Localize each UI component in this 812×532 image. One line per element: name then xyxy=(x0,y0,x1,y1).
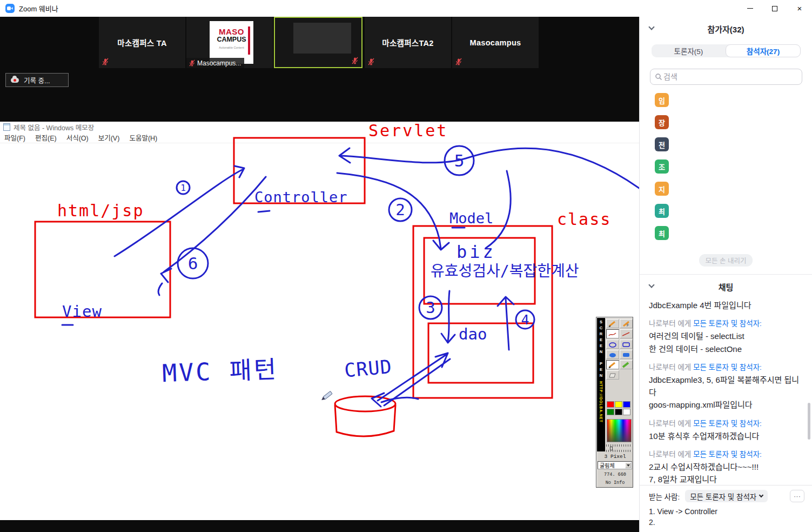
muted-mic-icon xyxy=(455,58,462,65)
message-input[interactable]: 1. View -> Controller 2. xyxy=(649,506,803,528)
minimize-button[interactable] xyxy=(737,0,762,17)
participant-name-label: Masocampus... xyxy=(186,58,244,68)
line-tool-icon[interactable] xyxy=(620,329,633,338)
minimize-icon xyxy=(747,8,753,9)
logo-red-bar xyxy=(248,26,250,55)
logo-line1: MASO xyxy=(210,28,253,36)
zoom-side-panel: 참가자(32) 토론자(5) 참석자(27) 임 장 전 조 지 최 최 모든 … xyxy=(639,17,812,532)
message-meta: 나로부터 에게 모든 토론자 및 참석자: xyxy=(649,361,803,372)
chat-title: 채팅 xyxy=(640,281,812,292)
highlighter-tool-icon[interactable] xyxy=(620,360,633,369)
freehand-tool-icon[interactable] xyxy=(606,329,619,338)
list-item[interactable]: 장 xyxy=(655,115,669,129)
pen-tool-icon[interactable] xyxy=(606,360,619,369)
swatch-red[interactable] xyxy=(607,401,614,408)
list-item[interactable]: 지 xyxy=(655,182,669,196)
swatch-green[interactable] xyxy=(607,409,614,415)
swatch-black[interactable] xyxy=(615,409,622,415)
avatar: 장 xyxy=(655,115,669,129)
logo-line2: CAMPUS xyxy=(210,36,253,43)
label-model: Model xyxy=(449,210,493,227)
recording-indicator: 기록 중... xyxy=(5,73,69,87)
message-recipients: 모든 토론자 및 참석자: xyxy=(693,450,762,458)
list-item[interactable]: 최 xyxy=(655,204,669,218)
arrow-controller-to-view-step6 xyxy=(158,177,266,295)
message-text: 2교시 수업시작하겠습니다~~~!!! xyxy=(649,461,803,473)
font-select[interactable]: 굴림체 xyxy=(598,461,632,469)
message-from: 나로부터 에게 xyxy=(649,420,693,428)
label-controller: Controller xyxy=(254,189,348,205)
window-titlebar: Zoom 웨비나 × xyxy=(0,0,812,17)
rectangle-tool-icon[interactable] xyxy=(620,340,633,349)
zoom-webinar-window: Zoom 웨비나 × 마소캠퍼스 TA MASO CAMPUS Actionab… xyxy=(0,0,812,532)
step5-number: 5 xyxy=(454,151,465,170)
window-title: Zoom 웨비나 xyxy=(19,3,58,14)
blurred-video-content xyxy=(293,23,351,54)
list-item[interactable]: 전 xyxy=(655,137,669,151)
screen-pen-title: SCREEN PEN xyxy=(599,320,603,379)
swatch-yellow[interactable] xyxy=(615,401,622,408)
swatch-white[interactable] xyxy=(623,409,630,415)
chat-message-list[interactable]: JdbcExample 4번 파일입니다 나로부터 에게 모든 토론자 및 참석… xyxy=(649,299,803,484)
label-servlet: Servlet xyxy=(368,122,448,140)
pencil-tool-icon[interactable] xyxy=(606,319,619,328)
video-tile-masocampus-logo[interactable]: MASO CAMPUS Actionable Content Masocampu… xyxy=(186,17,273,68)
recipient-label: 받는 사람: xyxy=(649,491,680,502)
avatar: 조 xyxy=(655,159,669,174)
message-from: 나로부터 에게 xyxy=(649,320,693,328)
ellipse-tool-icon[interactable] xyxy=(606,340,619,349)
message-meta: 나로부터 에게 모든 토론자 및 참석자: xyxy=(649,448,803,459)
message-recipients: 모든 토론자 및 참석자: xyxy=(693,420,762,428)
screen-pen-banner: SCREEN PEN HTTP://DOLBA.NET xyxy=(597,318,605,451)
pen-size-slider[interactable] xyxy=(606,444,632,452)
avatar: 지 xyxy=(655,182,669,196)
maximize-button[interactable] xyxy=(762,0,787,17)
screen-pen-url: HTTP://DOLBA.NET xyxy=(599,381,603,423)
message-text: 한 건의 데이터 - selectOne xyxy=(649,343,803,355)
font-select-value: 굴림체 xyxy=(600,461,615,469)
message-text: 10분 휴식후 수업재개하겠습니다 xyxy=(649,430,803,442)
chat-compose-area: 받는 사람: 모든 토론자 및 참석자 ··· 1. View -> Contr… xyxy=(640,485,812,532)
list-item[interactable]: 최 xyxy=(655,226,669,240)
pencil-cursor xyxy=(320,391,332,402)
slider-handle[interactable] xyxy=(610,447,613,450)
step3-number: 3 xyxy=(426,298,435,317)
color-gradient-picker[interactable] xyxy=(607,419,632,442)
arrow-biz-to-dao xyxy=(441,291,455,343)
more-options-button[interactable]: ··· xyxy=(790,490,804,502)
participants-title: 참가자(32) xyxy=(640,23,812,35)
message-recipients: 모든 토론자 및 참석자: xyxy=(693,363,762,371)
video-tile-active-speaker[interactable] xyxy=(274,17,363,68)
tab-panelists[interactable]: 토론자(5) xyxy=(652,44,726,57)
filled-rect-tool-icon[interactable] xyxy=(620,350,633,359)
filled-ellipse-tool-icon[interactable] xyxy=(606,350,619,359)
close-button[interactable]: × xyxy=(787,0,812,17)
tab-attendees[interactable]: 참석자(27) xyxy=(726,44,801,57)
search-input[interactable] xyxy=(662,72,787,82)
font-dropdown-button[interactable] xyxy=(625,462,631,468)
list-item[interactable]: 조 xyxy=(655,159,669,174)
video-tile-participant-2[interactable]: 마소캠퍼스TA2 xyxy=(365,17,451,68)
chat-message: 나로부터 에게 모든 토론자 및 참석자: 여러건의 데이털 - selectL… xyxy=(649,317,803,355)
list-item[interactable]: 임 xyxy=(655,93,669,107)
muted-mic-icon xyxy=(102,58,109,65)
search-icon xyxy=(655,73,662,81)
whiteboard-drawing-canvas[interactable]: Servlet html/jsp class Controller View M… xyxy=(0,122,639,520)
label-html-jsp: html/jsp xyxy=(57,201,144,220)
avatar: 최 xyxy=(655,204,669,218)
chat-scrollbar[interactable] xyxy=(808,403,810,440)
video-tile-participant-1[interactable]: 마소캠퍼스 TA xyxy=(99,17,185,68)
video-tile-participant-3[interactable]: Masocampus xyxy=(452,17,539,68)
eraser-tool-icon[interactable] xyxy=(606,370,619,380)
meeting-content-area: 마소캠퍼스 TA MASO CAMPUS Actionable Content … xyxy=(0,17,639,532)
message-text: 여러건의 데이털 - selectList xyxy=(649,330,803,342)
lower-all-hands-button[interactable]: 모든 손 내리기 xyxy=(699,254,753,267)
swatch-blue[interactable] xyxy=(623,401,630,408)
message-text: 7, 8일차 교재입니다 xyxy=(649,473,803,484)
step4-number: 4 xyxy=(521,312,529,328)
message-from: 나로부터 에게 xyxy=(649,363,693,371)
label-view: View xyxy=(62,302,102,321)
pen-options-icon[interactable]: F xyxy=(620,319,633,328)
recipient-dropdown[interactable]: 모든 토론자 및 참석자 xyxy=(685,490,768,502)
label-crud: CRUD xyxy=(344,356,393,382)
